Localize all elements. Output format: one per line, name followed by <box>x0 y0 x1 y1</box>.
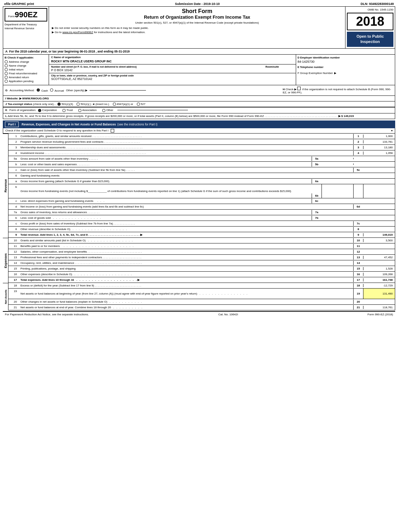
cash-label: Cash <box>41 89 48 92</box>
row-16-linenum: 16 <box>353 272 363 277</box>
org-name-value: ROCKY MTN ORACLE USERS GROUP INC <box>51 60 112 63</box>
row-15-value: 1,528 <box>363 267 395 270</box>
k-other[interactable]: Other <box>102 109 113 112</box>
j-501c3[interactable]: 501(c)(3) <box>57 103 74 106</box>
accrual-radio-button[interactable] <box>50 88 53 92</box>
row-5b-sublabel: 5b <box>312 162 322 167</box>
radio-application-pending-circle[interactable] <box>5 80 8 83</box>
row-4-linenum: 4 <box>353 151 363 155</box>
501c-radio[interactable] <box>76 103 80 106</box>
radio-address-change-circle[interactable] <box>5 60 8 63</box>
expenses-label: Expenses <box>3 238 8 283</box>
radio-address-change[interactable]: Address change <box>5 60 47 63</box>
revenue-section: Revenue 1 Contributions, gifts, grants, … <box>3 134 395 238</box>
net-assets-section: Net Assets 18 Excess or (deficit) for th… <box>3 283 395 310</box>
section-i-row: I Website: ▶ WWW.RMOUG.ORG <box>3 96 395 101</box>
j-527[interactable]: 527 <box>137 103 146 106</box>
row-6b-linenum <box>353 184 363 198</box>
4947-radio[interactable] <box>113 103 116 106</box>
row-12-num: 12 <box>8 250 19 253</box>
accrual-label: Accrual <box>55 89 64 92</box>
other-specify-k[interactable] <box>117 110 188 110</box>
radio-application-pending[interactable]: Application pending <box>5 80 47 83</box>
row-3-num: 3 <box>8 146 19 149</box>
row-5b-linenum <box>353 163 363 165</box>
trust-radio[interactable] <box>62 109 66 112</box>
501c3-radio[interactable] <box>57 103 61 106</box>
website-text: Website: ▶ WWW.RMOUG.ORG <box>7 97 49 100</box>
row-1-linenum: 1 <box>353 134 363 138</box>
part1-checkbox[interactable] <box>111 129 114 132</box>
row-20-linenum: 20 <box>353 299 363 304</box>
f-label: F Group Exemption Number <box>298 72 333 75</box>
accrual-radio[interactable]: Accrual <box>50 88 64 92</box>
other-specify-line[interactable] <box>90 90 146 91</box>
row-16-value: 109,268 <box>363 273 395 276</box>
row-6a-num: a <box>8 180 19 183</box>
group-exemption: F Group Exemption Number ▶ <box>298 72 393 75</box>
row-6c-num: c <box>8 199 19 203</box>
row-10: 10 Grants and similar amounts paid (list… <box>8 238 395 243</box>
return-title: Return of Organization Exempt From Incom… <box>52 14 342 20</box>
row-15-linenum: 15 <box>353 266 363 271</box>
radio-amended-return[interactable]: Amended return <box>5 76 47 79</box>
city-label: City or town, state or province, country… <box>51 74 294 77</box>
row-6-num: 6 <box>8 174 19 177</box>
row-6d: d Net income or (loss) from gaming and f… <box>8 204 395 210</box>
row-6d-desc: Net income or (loss) from gaming and fun… <box>19 204 353 209</box>
row-7a: 7a Gross sales of inventory, less return… <box>8 210 395 215</box>
j-label: J <box>5 103 7 106</box>
527-radio[interactable] <box>137 103 140 106</box>
g-label: G <box>5 89 7 92</box>
l-arrow: ▶ $ 149,019 <box>338 115 354 118</box>
radio-amended-return-circle[interactable] <box>5 76 8 79</box>
row-5a: 5a Gross amount from sale of assets othe… <box>8 156 395 162</box>
other-radio-k[interactable] <box>102 109 105 112</box>
cash-radio[interactable]: Cash <box>37 88 48 92</box>
row-7b-sublabel: 7b <box>312 216 322 220</box>
row-9-value: 149,019 <box>363 233 395 236</box>
row-19-num: 19 <box>8 289 19 293</box>
l-dots: . . . . . . . . . . . . . . . . . . . . … <box>265 115 338 118</box>
expenses-section: Expenses 10 Grants and similar amounts p… <box>3 238 395 283</box>
part1-label: Part I <box>5 122 19 127</box>
row-6b-desc: Gross income from fundraising events (no… <box>19 189 312 193</box>
ein-label: D Employer identification number <box>298 56 393 59</box>
radio-initial-return-circle[interactable] <box>5 68 8 71</box>
k-corp[interactable]: Corporation <box>38 109 57 112</box>
assoc-radio[interactable] <box>78 109 81 112</box>
section-j-row: J Tax-exempt status (check only one) - 5… <box>3 101 395 107</box>
cash-radio-button[interactable] <box>37 88 40 92</box>
row-11-num: 11 <box>8 245 19 248</box>
section-g-left: G Accounting Method: Cash Accrual Other … <box>5 88 280 92</box>
trust-label: Trust <box>67 109 73 112</box>
row-6c: c Less: direct expenses from gaming and … <box>8 198 395 204</box>
radio-final-return-circle[interactable] <box>5 72 8 75</box>
radio-initial-return[interactable]: Initial return <box>5 68 47 71</box>
row-16-num: 16 <box>8 273 19 276</box>
row-1: 1 Contributions, gifts, grants, and simi… <box>8 134 395 139</box>
row-6b-input[interactable] <box>322 184 353 198</box>
k-trust[interactable]: Trust <box>62 109 73 112</box>
footer-bar: For Paperwork Reduction Act Notice, see … <box>3 311 395 317</box>
j-4947[interactable]: 4947(a)(1) or <box>113 103 134 106</box>
h-checkbox[interactable] <box>297 87 301 90</box>
row-3-desc: Membership dues and assessments . . . . … <box>19 145 353 150</box>
radio-name-change-circle[interactable] <box>5 64 8 67</box>
row-18-desc: Excess or (deficit) for the year (Subtra… <box>19 283 353 288</box>
row-5c-num: c <box>8 168 19 172</box>
short-form-title: Short Form <box>52 8 342 14</box>
part1-subtitle: (see the instructions for Part I) <box>117 123 158 126</box>
j-501c[interactable]: 501(c)( ) ◄ (insert no.) <box>76 103 110 106</box>
radio-name-change[interactable]: Name change <box>5 64 47 67</box>
4947-label: 4947(a)(1) or <box>117 103 133 106</box>
row-6d-num: d <box>8 205 19 208</box>
corp-radio[interactable] <box>38 109 41 112</box>
part1-header: Part I Revenue, Expenses, and Changes in… <box>3 120 395 128</box>
row-7b-desc: Less: cost of goods sold . . . . . . . .… <box>19 216 312 220</box>
row-11-linenum: 11 <box>353 244 363 248</box>
row-15-num: 15 <box>8 267 19 270</box>
radio-final-return[interactable]: Final return/terminated <box>5 72 47 75</box>
k-assoc[interactable]: Association <box>78 109 97 112</box>
dept-info: Department of the Treasury Internal Reve… <box>5 23 47 30</box>
